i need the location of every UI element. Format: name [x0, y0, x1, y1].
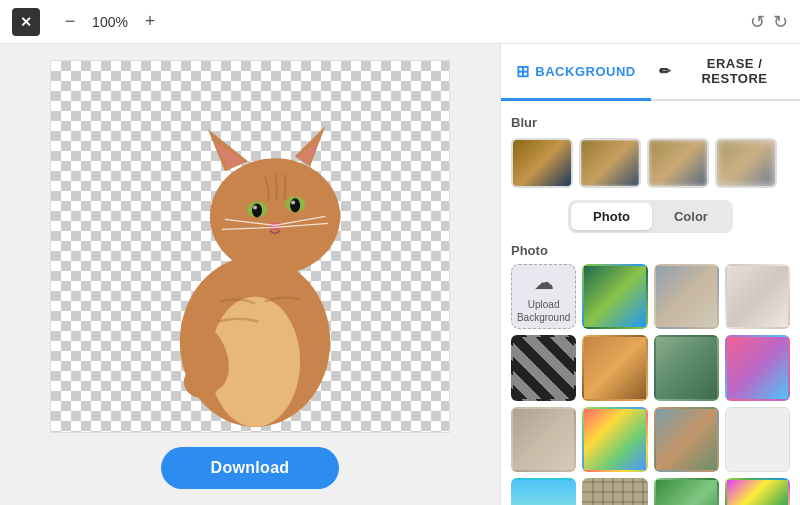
blur-section-label: Blur — [511, 115, 790, 130]
svg-point-19 — [184, 366, 220, 398]
layers-icon: ⊞ — [516, 62, 530, 81]
zoom-in-button[interactable]: + — [138, 10, 162, 34]
photo-thumb-9[interactable] — [582, 407, 647, 472]
cat-image — [51, 61, 449, 432]
zoom-level: 100% — [90, 14, 130, 30]
close-button[interactable]: ✕ — [12, 8, 40, 36]
tab-erase-restore[interactable]: ✏ ERASE / RESTORE — [651, 44, 801, 101]
zoom-controls: − 100% + — [58, 10, 162, 34]
photo-grid: ☁ UploadBackground — [511, 264, 790, 505]
photo-thumb-1[interactable] — [582, 264, 647, 329]
svg-point-13 — [269, 222, 281, 230]
photo-thumb-7[interactable] — [725, 335, 790, 400]
download-button[interactable]: Download — [161, 447, 340, 489]
photo-thumb-12[interactable] — [511, 478, 576, 505]
zoom-out-button[interactable]: − — [58, 10, 82, 34]
blur-thumb-2[interactable] — [647, 138, 709, 188]
right-panel: ⊞ BACKGROUND ✏ ERASE / RESTORE Blur — [500, 44, 800, 505]
blur-thumb-1[interactable] — [579, 138, 641, 188]
tab-erase-label: ERASE / RESTORE — [677, 56, 792, 86]
redo-button[interactable]: ↻ — [773, 11, 788, 33]
photo-thumb-8[interactable] — [511, 407, 576, 472]
close-icon: ✕ — [20, 14, 32, 30]
canvas-area: Download — [0, 44, 500, 505]
blur-thumb-0[interactable] — [511, 138, 573, 188]
panel-content: Blur Photo Color P — [501, 101, 800, 505]
photo-thumb-11[interactable] — [725, 407, 790, 472]
toolbar: ✕ − 100% + ↺ ↻ — [0, 0, 800, 44]
image-canvas — [50, 60, 450, 433]
photo-thumb-15[interactable] — [725, 478, 790, 505]
photo-thumb-3[interactable] — [725, 264, 790, 329]
svg-point-9 — [252, 203, 262, 217]
upload-icon: ☁ — [534, 270, 554, 294]
photo-thumb-14[interactable] — [654, 478, 719, 505]
photo-thumb-6[interactable] — [654, 335, 719, 400]
photo-thumb-2[interactable] — [654, 264, 719, 329]
main-content: Download ⊞ BACKGROUND ✏ ERASE / RESTORE … — [0, 44, 800, 505]
undo-button[interactable]: ↺ — [750, 11, 765, 33]
svg-point-10 — [290, 198, 300, 212]
tab-background[interactable]: ⊞ BACKGROUND — [501, 44, 651, 101]
eraser-icon: ✏ — [659, 63, 672, 79]
svg-point-12 — [291, 200, 295, 204]
photo-thumb-10[interactable] — [654, 407, 719, 472]
photo-thumb-4[interactable] — [511, 335, 576, 400]
subtab-photo[interactable]: Photo — [571, 203, 652, 230]
upload-background-button[interactable]: ☁ UploadBackground — [511, 264, 576, 329]
photo-thumb-13[interactable] — [582, 478, 647, 505]
upload-label: UploadBackground — [517, 298, 570, 324]
svg-point-11 — [253, 205, 257, 209]
panel-tabs: ⊞ BACKGROUND ✏ ERASE / RESTORE — [501, 44, 800, 101]
blur-row — [511, 138, 790, 188]
subtab-color[interactable]: Color — [652, 203, 730, 230]
history-controls: ↺ ↻ — [750, 11, 788, 33]
photo-thumb-5[interactable] — [582, 335, 647, 400]
tab-background-label: BACKGROUND — [535, 64, 635, 79]
photo-section-label: Photo — [511, 243, 790, 258]
sub-tabs: Photo Color — [568, 200, 733, 233]
blur-thumb-3[interactable] — [715, 138, 777, 188]
